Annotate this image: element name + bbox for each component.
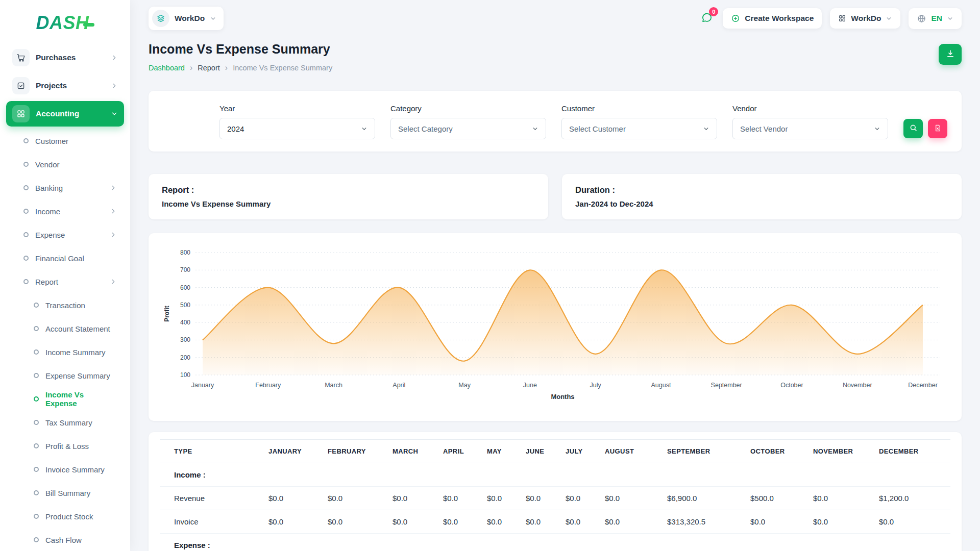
customer-select[interactable]: Select Customer [561, 118, 717, 139]
column-header: JULY [558, 440, 598, 463]
messages-button[interactable]: 0 [699, 10, 715, 27]
customer-label: Customer [561, 104, 717, 113]
sidebar-item-banking[interactable]: Banking [6, 176, 124, 199]
breadcrumb: Dashboard›Report›Income Vs Expense Summa… [149, 63, 332, 72]
income-expense-table: TYPEJANUARYFEBRUARYMARCHAPRILMAYJUNEJULY… [160, 439, 950, 551]
duration-value: Jan-2024 to Dec-2024 [575, 199, 948, 208]
sidebar-item-label: Transaction [45, 301, 85, 310]
create-workspace-label: Create Workspace [745, 14, 814, 23]
svg-text:100: 100 [180, 371, 190, 379]
create-workspace-button[interactable]: Create Workspace [723, 8, 822, 29]
column-header: JANUARY [261, 440, 321, 463]
column-header: APRIL [436, 440, 480, 463]
value-cell: $0.0 [261, 510, 321, 534]
sidebar-item-label: Income Vs Expense [45, 390, 117, 408]
page-content: Income Vs Expense Summary Dashboard›Repo… [130, 37, 980, 551]
sidebar-item-customer[interactable]: Customer [6, 129, 124, 153]
column-header: FEBRUARY [321, 440, 385, 463]
value-cell: $0.0 [598, 487, 660, 510]
sidebar-item-income-summary[interactable]: Income Summary [6, 340, 124, 364]
report-value: Income Vs Expense Summary [162, 199, 535, 208]
sidebar-item-tax-summary[interactable]: Tax Summary [6, 411, 124, 434]
table-section-row: Income : [160, 463, 950, 487]
sidebar-item-label: Report [35, 278, 58, 286]
value-cell: $6,900.0 [660, 487, 743, 510]
year-select[interactable]: 2024 [219, 118, 375, 139]
column-header: OCTOBER [743, 440, 806, 463]
vendor-select-value: Select Vendor [740, 124, 788, 133]
reset-filters-button[interactable] [928, 119, 947, 138]
sidebar-item-invoice-summary[interactable]: Invoice Summary [6, 458, 124, 481]
chevron-down-icon [874, 126, 880, 132]
breadcrumb-link-dashboard[interactable]: Dashboard [149, 64, 185, 72]
vendor-select[interactable]: Select Vendor [732, 118, 888, 139]
value-cell: $1,200.0 [872, 487, 950, 510]
sidebar-item-profit-loss[interactable]: Profit & Loss [6, 434, 124, 458]
sidebar-item-expense[interactable]: Expense [6, 223, 124, 246]
workspace-menu-button[interactable]: WorkDo [830, 8, 900, 29]
category-filter: Category Select Category [390, 104, 546, 139]
sidebar-item-label: Profit & Loss [45, 442, 89, 450]
svg-text:September: September [711, 382, 742, 389]
value-cell: $0.0 [261, 487, 321, 510]
sidebar-item-transaction[interactable]: Transaction [6, 293, 124, 317]
apply-filters-button[interactable] [903, 119, 923, 138]
value-cell: $0.0 [480, 510, 519, 534]
bullet-icon [23, 279, 29, 284]
sidebar-item-account-statement[interactable]: Account Statement [6, 317, 124, 340]
app-logo[interactable]: DASH [6, 11, 124, 35]
sidebar-item-label: Financial Goal [35, 254, 84, 263]
language-selector[interactable]: EN [909, 8, 962, 29]
vendor-filter: Vendor Select Vendor [732, 104, 888, 139]
sidebar-item-income[interactable]: Income [6, 199, 124, 223]
sidebar-item-purchases[interactable]: Purchases [6, 45, 124, 70]
sidebar-item-label: Invoice Summary [45, 465, 105, 474]
download-button[interactable] [939, 44, 962, 65]
chevron-down-icon [210, 15, 216, 22]
column-header: JUNE [519, 440, 558, 463]
sidebar-item-income-vs-expense[interactable]: Income Vs Expense [6, 387, 124, 411]
sidebar-item-vendor[interactable]: Vendor [6, 153, 124, 176]
sidebar-item-projects[interactable]: Projects [6, 73, 124, 98]
sidebar-item-bill-summary[interactable]: Bill Summary [6, 481, 124, 505]
sidebar-item-accounting[interactable]: Accounting [6, 101, 124, 127]
bullet-icon [23, 138, 29, 143]
svg-text:June: June [523, 382, 537, 389]
bullet-icon [34, 326, 39, 331]
workspace-name: WorkDo [175, 14, 205, 23]
breadcrumb-separator: › [225, 63, 228, 72]
download-icon [946, 49, 955, 60]
workspace-switcher[interactable]: WorkDo [149, 7, 224, 30]
row-type-cell: Invoice [160, 510, 261, 534]
sidebar-item-financial-goal[interactable]: Financial Goal [6, 246, 124, 270]
sidebar-item-cash-flow[interactable]: Cash Flow [6, 528, 124, 551]
svg-text:April: April [393, 382, 405, 389]
clipboard-check-icon [12, 77, 30, 94]
svg-text:May: May [458, 382, 471, 389]
breadcrumb-item: Income Vs Expense Summary [233, 64, 332, 72]
chevron-right-icon [110, 184, 117, 191]
category-select[interactable]: Select Category [390, 118, 546, 139]
value-cell: $0.0 [321, 510, 385, 534]
page-header: Income Vs Expense Summary Dashboard›Repo… [149, 42, 962, 72]
sidebar-item-expense-summary[interactable]: Expense Summary [6, 364, 124, 387]
chevron-right-icon [110, 278, 117, 285]
year-label: Year [219, 104, 375, 113]
chevron-right-icon [110, 231, 117, 238]
table-card: TYPEJANUARYFEBRUARYMARCHAPRILMAYJUNEJULY… [149, 432, 962, 551]
sidebar-item-label: Cash Flow [45, 536, 82, 544]
value-cell: $0.0 [558, 487, 598, 510]
messages-badge: 0 [709, 7, 718, 16]
search-icon [909, 123, 918, 134]
topbar: WorkDo 0 Create Workspace [130, 0, 980, 37]
bullet-icon [34, 373, 39, 378]
value-cell: $0.0 [519, 510, 558, 534]
main-area: WorkDo 0 Create Workspace [130, 0, 980, 551]
bullet-icon [23, 256, 29, 261]
chevron-down-icon [886, 15, 892, 22]
globe-icon [917, 14, 926, 23]
title-block: Income Vs Expense Summary Dashboard›Repo… [149, 42, 332, 72]
sidebar-item-product-stock[interactable]: Product Stock [6, 505, 124, 528]
duration-summary-card: Duration : Jan-2024 to Dec-2024 [562, 174, 962, 219]
sidebar-item-report[interactable]: Report [6, 270, 124, 293]
